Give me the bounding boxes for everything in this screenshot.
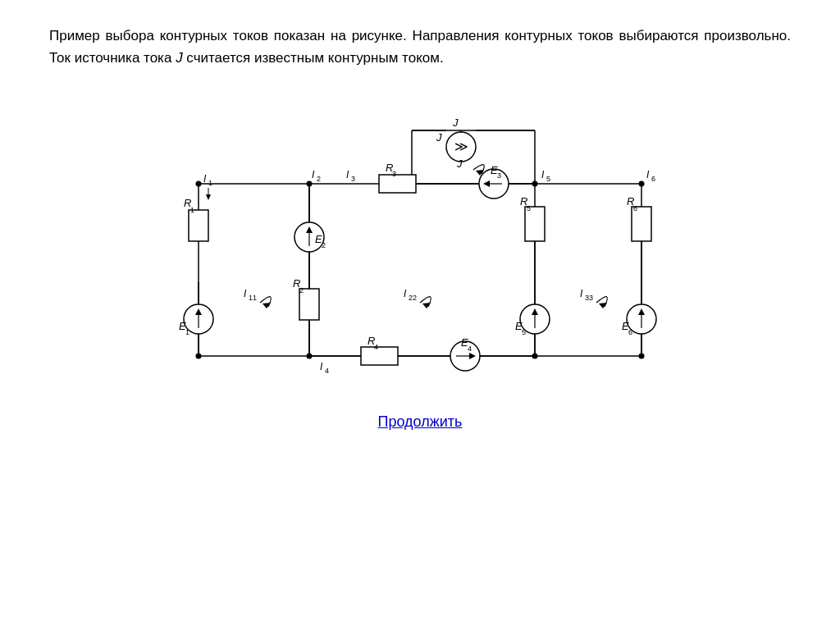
label-I4: I — [320, 361, 323, 372]
svg-marker-67 — [262, 303, 271, 308]
label-I6-sub: 6 — [651, 175, 655, 183]
label-E6-sub: 6 — [628, 328, 632, 336]
label-I3-sub: 3 — [351, 175, 355, 183]
label-R2-sub: 2 — [299, 286, 304, 294]
page-content: Пример выбора контурных токов показан на… — [0, 0, 840, 447]
label-I33-sub: 33 — [585, 294, 593, 302]
label-J-loop: J — [456, 158, 463, 170]
label-I22: I — [404, 288, 407, 299]
intro-text: Пример выбора контурных токов показан на… — [49, 25, 791, 69]
circuit-svg: R 1 E 1 E 2 R 2 — [133, 85, 707, 397]
label-I6: I — [646, 169, 650, 180]
label-I33: I — [580, 288, 583, 299]
svg-marker-66 — [206, 194, 211, 200]
label-I2-sub: 2 — [317, 175, 321, 183]
circuit-diagram: R 1 E 1 E 2 R 2 — [49, 85, 791, 397]
label-I11: I — [244, 288, 247, 299]
label-I4-sub: 4 — [325, 367, 329, 375]
continue-link[interactable]: Продолжить — [378, 413, 463, 430]
label-I2: I — [312, 169, 315, 180]
label-E5-sub: 5 — [522, 328, 526, 336]
svg-text:≫: ≫ — [454, 139, 468, 153]
label-E1-sub: 1 — [185, 328, 189, 336]
label-E3-sub: 3 — [497, 171, 501, 180]
svg-point-11 — [196, 181, 202, 187]
label-E2-sub: 2 — [322, 241, 326, 249]
svg-rect-34 — [379, 175, 416, 193]
label-R6-sub: 6 — [633, 204, 637, 212]
label-I22-sub: 22 — [409, 294, 417, 302]
label-I3: I — [346, 169, 349, 180]
svg-marker-69 — [599, 303, 607, 308]
label-E4-sub: 4 — [468, 345, 472, 353]
label-I1: I — [203, 173, 207, 185]
svg-marker-68 — [422, 303, 431, 308]
label-R1-sub: 1 — [190, 206, 194, 214]
label-I5: I — [541, 169, 545, 180]
label-R4-sub: 4 — [374, 343, 378, 351]
svg-rect-20 — [189, 210, 208, 241]
label-J: J — [436, 131, 442, 144]
label-R5-sub: 5 — [527, 204, 531, 212]
continue-section: Продолжить — [49, 413, 791, 431]
label-I1-sub: 1 — [208, 179, 212, 187]
label-J-top: J — [452, 116, 459, 129]
svg-rect-40 — [361, 347, 398, 365]
label-I5-sub: 5 — [546, 175, 550, 183]
label-R3-sub: 3 — [392, 170, 396, 178]
svg-point-14 — [639, 181, 645, 187]
label-I11-sub: 11 — [249, 294, 257, 302]
